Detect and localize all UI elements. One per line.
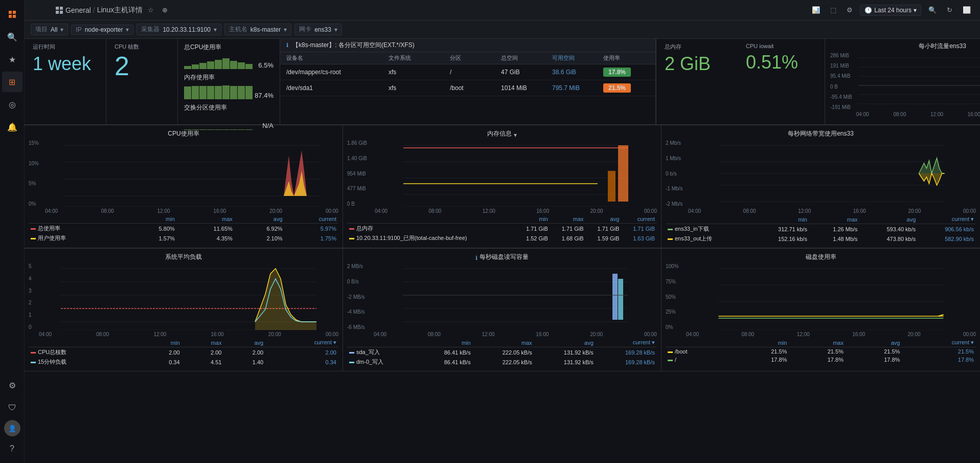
filter-nic[interactable]: 网卡 ens33 ▾: [294, 24, 342, 35]
col-fs: 文件系统: [389, 54, 450, 62]
diskio-x-2: 12:00: [482, 332, 495, 337]
refresh-icon-btn[interactable]: ↻: [944, 4, 955, 16]
diskuse-stat-min-0: 21.5%: [733, 347, 789, 356]
net-y-0: 2 Mb/s: [666, 140, 684, 146]
net-stat-row-0: ens33_in下载 312.71 kb/s 1.26 Mb/s 593.40 …: [666, 224, 976, 234]
load-stat-name-0: CPU总核数: [29, 347, 140, 358]
filter-collector[interactable]: 采集器 10.20.33.11:9100 ▾: [136, 24, 221, 35]
disk-total-1: 1014 MiB: [501, 84, 552, 92]
load-th-name: [29, 338, 140, 347]
mem-stat-label-0: 总内存: [356, 225, 373, 231]
cpu-cores-label: CPU 核数: [115, 43, 169, 51]
net-stat-max-0: 1.26 Mb/s: [809, 224, 860, 234]
cpu-bar-section: 总CPU使用率: [178, 39, 280, 124]
net-th-max: max: [809, 215, 860, 224]
disk-table-columns: 设备名 文件系统 分区 总空间 可用空间 使用率: [280, 52, 655, 64]
mem-th-min: min: [514, 215, 550, 224]
disk-mount-0: /: [450, 69, 501, 76]
load-x-1: 08:00: [96, 332, 109, 337]
chart-network-title: 每秒网络带宽使用ens33: [666, 129, 976, 138]
diskuse-stat-avg-0: 21.5%: [846, 347, 902, 356]
chart-icon-btn[interactable]: 📊: [809, 4, 823, 16]
disk-io-chart-svg: [374, 263, 657, 330]
mem-x-4: 20:00: [590, 208, 603, 214]
summary-row: 运行时间 1 week CPU 核数 2 总CPU使用率: [25, 39, 980, 125]
disk-usage-stats-table: min max avg current ▾ /boot 21.5% 21.5% …: [666, 338, 976, 364]
diskuse-x-5: 00:00: [963, 332, 976, 337]
mem-stat-current-1: 1.63 GiB: [621, 233, 657, 243]
sidebar-item-settings[interactable]: ⚙: [2, 375, 22, 395]
sidebar-item-search[interactable]: 🔍: [2, 27, 22, 47]
net-th-name: [666, 215, 751, 224]
sidebar-item-profile[interactable]: 👤: [4, 420, 20, 436]
mem-stat-name-1: 10.20.33.11:9100_已用(total-cache-buf-free…: [347, 233, 514, 243]
load-stat-min-0: 2.00: [140, 347, 182, 358]
cpu-stats-table: min max avg current 总使用率 5.80% 11.65% 6.…: [29, 215, 338, 243]
diskuse-x-2: 12:00: [797, 332, 810, 337]
time-range-selector[interactable]: 🕐 Last 24 hours ▾: [860, 5, 921, 16]
cpu-stat-name-1: 用户使用率: [29, 233, 127, 243]
diskio-th-avg: avg: [534, 338, 596, 347]
mem-stat-min-0: 1.71 GiB: [514, 224, 550, 234]
sidebar-item-favorites[interactable]: ★: [2, 49, 22, 70]
diskio-stat-avg-0: 131.92 kB/s: [534, 347, 596, 358]
mem-x-3: 16:00: [536, 208, 549, 214]
net-stat-name-0: ens33_in下载: [666, 224, 751, 234]
mem-x-1: 08:00: [428, 208, 441, 214]
diskio-legend-dot-0: [349, 352, 354, 354]
mem-y-1: 1.40 GiB: [347, 156, 371, 161]
cpu-stat-min-0: 5.80%: [127, 224, 177, 234]
sidebar-item-menu[interactable]: [2, 4, 22, 25]
load-stat-max-0: 2.00: [182, 347, 224, 358]
diskuse-y-3: 25%: [666, 309, 682, 315]
traffic-y-0: 286 MiB: [830, 53, 852, 58]
filter-hostname[interactable]: 主机名 k8s-master ▾: [224, 24, 291, 35]
chevron-down-icon: ▾: [914, 7, 917, 14]
cpu-stat-label-0: 总使用率: [38, 225, 60, 231]
diskio-stat-max-0: 222.05 kB/s: [473, 347, 534, 358]
filter-collector-label: 采集器: [141, 25, 159, 34]
tv-icon-btn[interactable]: ⬜: [960, 4, 974, 16]
diskuse-stat-name-0: /boot: [666, 347, 733, 356]
breadcrumb-general[interactable]: General: [65, 6, 91, 14]
filter-ip[interactable]: IP node-exporter ▾: [71, 25, 133, 35]
diskuse-th-max: max: [789, 338, 845, 347]
cpu-chart-svg: [45, 140, 338, 207]
diskio-th-name: [347, 338, 417, 347]
sidebar-item-shield[interactable]: 🛡: [2, 398, 22, 418]
cpu-legend-dot-0: [31, 228, 36, 230]
cpu-stat-row-1: 用户使用率 1.57% 4.35% 2.10% 1.75%: [29, 233, 338, 243]
cpu-x-0: 04:00: [45, 208, 58, 214]
cpu-stat-current-0: 5.97%: [285, 224, 338, 234]
sidebar-item-dashboards[interactable]: ⊞: [2, 72, 22, 92]
cpu-stat-max-0: 11.65%: [177, 224, 235, 234]
load-stat-label-1: 15分钟负载: [38, 359, 66, 365]
share-button[interactable]: ⊕: [159, 4, 171, 16]
svg-rect-5: [60, 7, 63, 10]
sidebar-item-help[interactable]: ?: [2, 438, 22, 459]
net-x-5: 00:00: [963, 208, 976, 214]
traffic-x-1: 08:00: [893, 112, 906, 117]
star-button[interactable]: ☆: [145, 4, 157, 16]
net-legend-dot-0: [668, 229, 673, 230]
cpu-stat-max-1: 4.35%: [177, 233, 235, 243]
diskio-x-5: 00:00: [644, 332, 657, 337]
load-stat-current-1: 0.34: [265, 357, 338, 367]
diskuse-x-1: 08:00: [741, 332, 754, 337]
disk-badge-1: 21.5%: [603, 83, 631, 93]
search-icon-btn[interactable]: 🔍: [925, 4, 940, 16]
svg-rect-3: [13, 15, 16, 18]
sidebar-item-explore[interactable]: ◎: [2, 94, 22, 115]
load-stat-min-1: 0.34: [140, 357, 182, 367]
table-icon-btn[interactable]: ⬚: [827, 4, 839, 16]
filter-project[interactable]: 项目 All ▾: [31, 24, 68, 35]
sidebar-item-alerts[interactable]: 🔔: [2, 117, 22, 137]
gear-icon-btn[interactable]: ⚙: [844, 4, 856, 16]
diskio-y-1: 0 B/s: [347, 279, 370, 284]
disk-pct-0: 17.8%: [603, 68, 649, 77]
memory-chevron[interactable]: ▾: [514, 131, 517, 139]
diskuse-stat-current-1: 17.8%: [902, 356, 976, 364]
net-stat-label-1: ens33_out上传: [675, 235, 712, 241]
cpu-stat-current-1: 1.75%: [285, 233, 338, 243]
traffic-y-3: 0 B: [830, 84, 852, 90]
